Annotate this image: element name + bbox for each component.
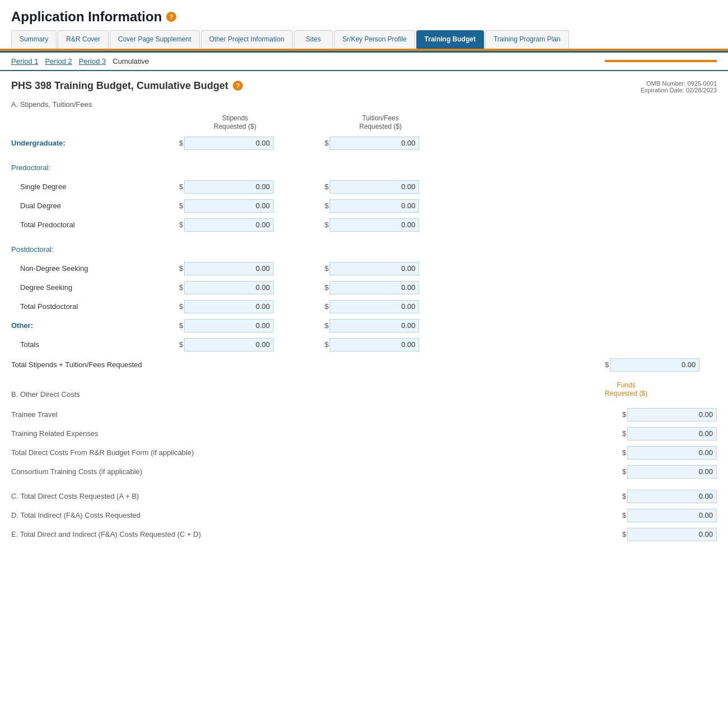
col-header-tuition: Tuition/FeesRequested ($)	[325, 114, 436, 132]
total-direct-indirect-row: E. Total Direct and Indirect (F&A) Costs…	[11, 526, 717, 543]
section-header: PHS 398 Training Budget, Cumulative Budg…	[11, 80, 717, 93]
tab-trainingbudget[interactable]: Training Budget	[416, 30, 484, 49]
totals-tuition-input[interactable]	[330, 338, 419, 352]
nondegree-stipends-group: $	[179, 262, 291, 275]
period3-link[interactable]: Period 3	[79, 57, 106, 65]
totals-row: Totals $ $	[11, 336, 717, 353]
total-stipends-tuition-input[interactable]	[610, 358, 699, 372]
total-direct-indirect-input-group: $	[622, 528, 717, 541]
section-a-label: A. Stipends, Tuition/Fees	[11, 100, 717, 109]
nondegree-stipends-input[interactable]	[184, 262, 274, 275]
nondegree-tuition-input[interactable]	[330, 262, 419, 275]
predoctoral-label: Predoctoral:	[11, 163, 179, 172]
period2-link[interactable]: Period 2	[45, 57, 72, 65]
total-predoctoral-stipends-input[interactable]	[184, 218, 274, 232]
single-degree-tuition-input[interactable]	[330, 180, 419, 194]
total-direct-costs-input[interactable]	[627, 490, 717, 503]
nondegree-label: Non-Degree Seeking	[11, 264, 179, 273]
single-degree-tuition-group: $	[325, 180, 436, 194]
undergraduate-stipends-group: $	[179, 137, 291, 150]
nondegree-tuition-group: $	[325, 262, 436, 275]
tab-summary[interactable]: Summary	[11, 30, 57, 49]
tab-coverpagesupplement[interactable]: Cover Page Supplement	[110, 30, 200, 49]
trainee-travel-row: Trainee Travel $	[11, 406, 717, 423]
nondegree-row: Non-Degree Seeking $ $	[11, 260, 717, 277]
expiration-date: Expiration Date: 02/28/2023	[641, 87, 717, 93]
degree-seeking-row: Degree Seeking $ $	[11, 279, 717, 296]
total-direct-indirect-input[interactable]	[627, 528, 717, 541]
tab-rrcover[interactable]: R&R Cover	[58, 30, 109, 49]
trainee-travel-input[interactable]	[627, 408, 717, 421]
col-headers: StipendsRequested ($) Tuition/FeesReques…	[11, 114, 717, 132]
total-direct-costs-label: C. Total Direct Costs Requested (A + B)	[11, 492, 369, 500]
total-predoctoral-label: Total Predoctoral	[11, 221, 179, 229]
total-predoctoral-row: Total Predoctoral $ $	[11, 217, 717, 233]
total-postdoctoral-row: Total Postdoctoral $ $	[11, 298, 717, 315]
page-title-text: Application Information	[11, 9, 162, 25]
other-label: Other:	[11, 321, 179, 330]
degree-seeking-tuition-input[interactable]	[330, 281, 419, 294]
consortium-input[interactable]	[627, 465, 717, 479]
dual-degree-stipends-input[interactable]	[184, 199, 274, 213]
period1-link[interactable]: Period 1	[11, 57, 38, 65]
undergraduate-label: Undergraduate:	[11, 139, 179, 147]
total-postdoctoral-tuition-group: $	[325, 300, 436, 313]
single-degree-stipends-group: $	[179, 180, 291, 194]
total-indirect-input[interactable]	[627, 509, 717, 522]
totals-label: Totals	[11, 340, 179, 349]
total-postdoctoral-stipends-group: $	[179, 300, 291, 313]
total-direct-rrb-input[interactable]	[627, 446, 717, 460]
tab-trainingprogramplan[interactable]: Training Program Plan	[485, 30, 569, 49]
section-b-header: B. Other Direct Costs FundsRequested ($)	[11, 381, 717, 399]
total-indirect-label: D. Total Indirect (F&A) Costs Requested	[11, 511, 369, 519]
training-related-label: Training Related Expenses	[11, 429, 369, 438]
dual-degree-tuition-input[interactable]	[330, 199, 419, 213]
single-degree-row: Single Degree $ $	[11, 179, 717, 195]
total-postdoctoral-stipends-input[interactable]	[184, 300, 274, 313]
total-stipends-tuition-label: Total Stipends + Tuition/Fees Requested	[11, 360, 291, 369]
training-related-input-group: $	[622, 427, 717, 440]
degree-seeking-stipends-input[interactable]	[184, 281, 274, 294]
other-tuition-input[interactable]	[330, 319, 419, 332]
totals-stipends-input[interactable]	[184, 338, 274, 352]
consortium-row: Consortium Training Costs (if applicable…	[11, 463, 717, 480]
omb-number: OMB Number: 0925-0001	[641, 80, 717, 87]
single-degree-label: Single Degree	[11, 182, 179, 191]
total-postdoctoral-tuition-input[interactable]	[330, 300, 419, 313]
totals-tuition-group: $	[325, 338, 436, 352]
tab-otherprojectinfo[interactable]: Other Project Information	[201, 30, 293, 49]
total-predoctoral-tuition-group: $	[325, 218, 436, 232]
single-degree-stipends-input[interactable]	[184, 180, 274, 194]
main-content: PHS 398 Training Budget, Cumulative Budg…	[0, 71, 728, 554]
total-direct-rrb-input-group: $	[622, 446, 717, 460]
training-related-row: Training Related Expenses $	[11, 425, 717, 442]
total-predoctoral-stipends-group: $	[179, 218, 291, 232]
period-orange-bar	[605, 60, 717, 62]
tab-srkeyperson[interactable]: Sr/Key Person Profile	[334, 30, 415, 49]
page-help-icon[interactable]: ?	[166, 12, 176, 22]
total-postdoctoral-label: Total Postdoctoral	[11, 302, 179, 311]
col-header-stipends: StipendsRequested ($)	[179, 114, 291, 132]
total-stipends-tuition-row: Total Stipends + Tuition/Fees Requested …	[11, 357, 717, 373]
total-direct-indirect-label: E. Total Direct and Indirect (F&A) Costs…	[11, 530, 336, 538]
other-row: Other: $ $	[11, 317, 717, 334]
total-predoctoral-tuition-input[interactable]	[330, 218, 419, 232]
trainee-travel-label: Trainee Travel	[11, 410, 369, 419]
omb-info: OMB Number: 0925-0001 Expiration Date: 0…	[641, 80, 717, 93]
training-related-input[interactable]	[627, 427, 717, 440]
undergraduate-tuition-input[interactable]	[330, 137, 419, 150]
section-help-icon[interactable]: ?	[233, 81, 243, 91]
other-stipends-group: $	[179, 319, 291, 332]
undergraduate-stipends-input[interactable]	[184, 137, 274, 150]
consortium-label: Consortium Training Costs (if applicable…	[11, 467, 369, 476]
total-direct-rrb-row: Total Direct Costs From R&R Budget Form …	[11, 444, 717, 461]
trainee-travel-input-group: $	[622, 408, 717, 421]
tab-sites[interactable]: Sites	[294, 30, 333, 49]
total-indirect-input-group: $	[622, 509, 717, 522]
tabs-row: Summary R&R Cover Cover Page Supplement …	[0, 30, 728, 49]
dollar-sign: $	[179, 139, 183, 147]
cumulative-label: Cumulative	[112, 57, 149, 65]
total-direct-costs-input-group: $	[622, 490, 717, 503]
total-direct-rrb-label: Total Direct Costs From R&R Budget Form …	[11, 448, 358, 457]
other-stipends-input[interactable]	[184, 319, 274, 332]
